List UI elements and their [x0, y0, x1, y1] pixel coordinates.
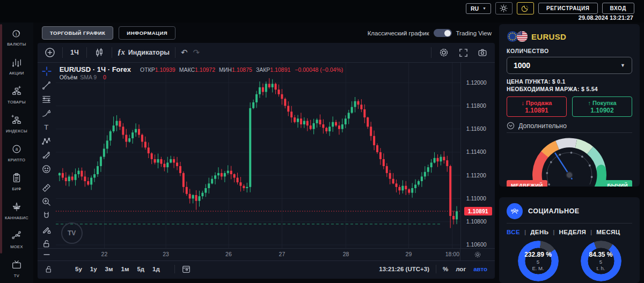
social-ring-left: 232.89 % 5 Е. М.: [518, 241, 559, 281]
text-tool[interactable]: T: [41, 122, 53, 132]
divider: [507, 223, 632, 224]
sidebar-item-tv[interactable]: TV: [0, 254, 33, 283]
range-5y-button[interactable]: 5у: [75, 266, 82, 272]
sentiment-gauge: МЕДВЕЖИЙ БЫЧИЙ: [507, 135, 632, 187]
sidebar-item-crypto[interactable]: a КРИПТО: [0, 138, 33, 167]
sidebar-item-indices[interactable]: ИНДЕКСЫ: [0, 109, 33, 138]
last-price-tag: 1.10891: [464, 207, 492, 215]
margin-label: НЕОБХОДИМАЯ МАРЖА: $ 5.54: [507, 85, 632, 93]
zoom-in-tool[interactable]: [41, 197, 53, 207]
light-theme-button[interactable]: [495, 2, 513, 14]
social-tab-week[interactable]: НЕДЕЛЯ: [559, 229, 587, 235]
time-axis-label: 18:00: [445, 251, 459, 257]
time-axis-row: 22232627282918:00: [38, 248, 495, 260]
trade-info: ЦЕНА ПУНКТА: $ 0.1 НЕОБХОДИМАЯ МАРЖА: $ …: [507, 78, 632, 93]
range-1m-button[interactable]: 1м: [121, 266, 129, 272]
unlock-icon[interactable]: [44, 265, 53, 274]
left-sidebar: 1 ВАЛЮТЫ АКЦИИ ТОВАРЫ ИНДЕКСЫ a КРИПТО: [0, 23, 33, 283]
drawing-lock-tool[interactable]: [41, 225, 53, 235]
percent-scale-button[interactable]: %: [443, 266, 448, 272]
magnet-tool[interactable]: [41, 211, 53, 221]
social-header: СОЦИАЛЬНОЕ: [507, 203, 632, 220]
divider: [507, 132, 632, 133]
log-scale-button[interactable]: лог: [456, 266, 466, 272]
snapshot-button[interactable]: [475, 46, 489, 59]
axis-settings[interactable]: [460, 249, 495, 260]
chart-settings-button[interactable]: [437, 46, 451, 59]
undo-button[interactable]: ↶: [181, 48, 188, 57]
sidebar-item-stocks[interactable]: АКЦИИ: [0, 51, 33, 80]
us-flag-icon: [516, 31, 528, 42]
dark-theme-button[interactable]: [517, 2, 534, 14]
trend-line-tool[interactable]: [41, 80, 53, 91]
registration-button[interactable]: РЕГИСТРАЦИЯ: [538, 3, 598, 14]
emoji-tool[interactable]: [41, 164, 53, 174]
pair-header: EURUSD: [507, 30, 632, 43]
tradingview-watermark[interactable]: TV: [61, 222, 83, 244]
sell-price: 1.10891: [525, 107, 548, 114]
social-title: СОЦИАЛЬНОЕ: [528, 207, 580, 215]
chart-type-button[interactable]: [92, 46, 106, 59]
bullish-badge: БЫЧИЙ: [603, 180, 632, 187]
time-axis[interactable]: 22232627282918:00: [56, 249, 460, 260]
pattern-tool[interactable]: [41, 136, 53, 146]
coins-icon: 1: [11, 27, 23, 39]
range-5d-button[interactable]: 5д: [137, 266, 144, 272]
fullscreen-button[interactable]: [456, 46, 470, 59]
lock-all-tool[interactable]: [41, 239, 53, 249]
more-options-button[interactable]: Дополнительно: [507, 122, 632, 130]
tab-trading-chart[interactable]: ТОРГОВЫЙ ГРАФИК: [42, 26, 113, 40]
chart-view-toggle[interactable]: [434, 29, 452, 37]
indicators-button[interactable]: ƒx Индикаторы: [118, 48, 170, 57]
range-1y-button[interactable]: 1у: [90, 266, 97, 272]
sidebar-item-cannabis[interactable]: КАННАБИС: [0, 196, 33, 225]
quantity-select[interactable]: 1000 ▼: [507, 57, 632, 74]
svg-text:T: T: [45, 123, 49, 131]
login-button[interactable]: ВХОД: [602, 3, 634, 14]
range-1d-button[interactable]: 1д: [152, 266, 160, 272]
forecast-tool[interactable]: [41, 150, 53, 160]
chevron-circle-icon: [507, 122, 515, 130]
social-tab-day[interactable]: ДЕНЬ: [530, 229, 548, 235]
add-symbol-button[interactable]: [43, 46, 57, 59]
plus-circle-icon: [45, 47, 55, 58]
chart-clock[interactable]: 13:21:26 (UTC+3): [379, 266, 429, 272]
go-to-date-icon[interactable]: [181, 264, 191, 274]
time-axis-label: 22: [101, 251, 108, 257]
bottom-bar-separator: [174, 265, 175, 273]
sidebar-item-moex[interactable]: MOEX: [0, 225, 33, 254]
tv-icon: [11, 259, 23, 271]
candlestick-chart: [56, 63, 460, 248]
range-3m-button[interactable]: 3м: [105, 266, 113, 272]
chart-plot-area[interactable]: EUR/USD · 1Ч · ForexОТКР1.10939МАКС1.109…: [56, 63, 460, 248]
time-axis-label: 26: [225, 251, 232, 257]
auto-scale-button[interactable]: авто: [473, 266, 487, 272]
price-axis-label: 1.11200: [466, 172, 486, 178]
social-panel: СОЦИАЛЬНОЕ ВСЕ| ДЕНЬ| НЕДЕЛЯ| МЕСЯЦ 232.…: [499, 197, 640, 283]
network-graph-icon: [11, 230, 23, 242]
datetime-label: 29.08.2024 13:21:27: [579, 14, 633, 21]
crosshair-tool[interactable]: [41, 66, 53, 77]
interval-button[interactable]: 1Ч: [68, 49, 81, 56]
social-tab-all[interactable]: ВСЕ: [507, 229, 520, 235]
price-axis[interactable]: 1.120001.118001.116001.114001.112001.110…: [460, 63, 495, 248]
sell-button[interactable]: ↓ Продажа 1.10891: [507, 96, 567, 117]
chart-panel: 1Ч ƒx Индикаторы ↶ ↷: [38, 43, 495, 279]
classic-chart-label: Классический график: [368, 30, 429, 36]
social-tab-month[interactable]: МЕСЯЦ: [596, 229, 620, 235]
redo-button[interactable]: ↷: [193, 48, 200, 57]
brush-tool[interactable]: [41, 108, 53, 118]
buy-button[interactable]: ↑ Покупка 1.10902: [572, 96, 632, 117]
tab-information[interactable]: ИНФОРМАЦИЯ: [119, 26, 175, 40]
price-axis-label: 1.12000: [466, 79, 487, 86]
language-select[interactable]: RU ▼: [466, 3, 491, 14]
buy-price: 1.10902: [590, 107, 613, 114]
sidebar-item-bif[interactable]: БИФ: [0, 167, 33, 196]
drawing-toolbar: T: [38, 63, 56, 248]
chevron-down-icon: ▼: [620, 63, 625, 68]
measure-tool[interactable]: [41, 183, 53, 193]
sidebar-item-commodities[interactable]: ТОВАРЫ: [0, 80, 33, 109]
fib-retracement-tool[interactable]: [41, 94, 53, 105]
sidebar-item-currencies[interactable]: 1 ВАЛЮТЫ: [0, 23, 33, 51]
sidebar-scrollbar[interactable]: [0, 24, 2, 254]
